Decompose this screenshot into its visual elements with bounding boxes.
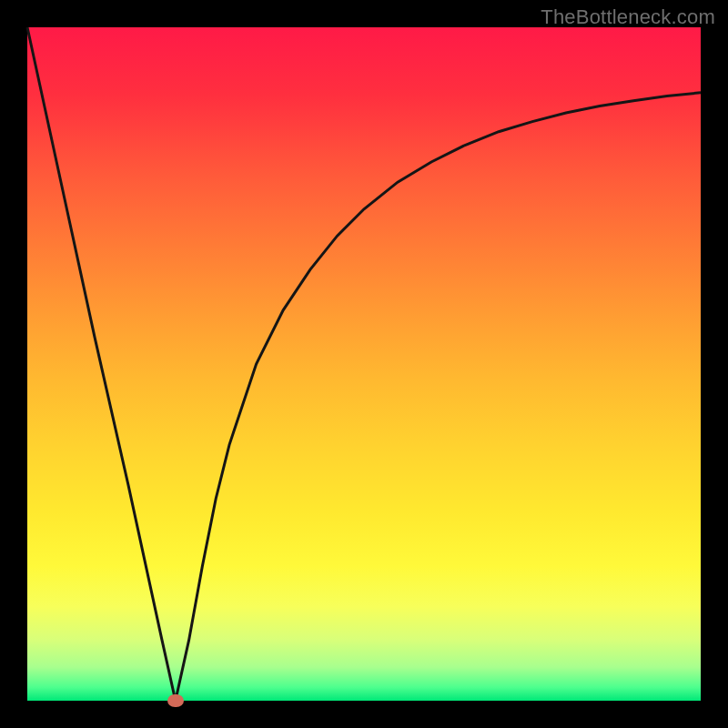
optimal-marker — [167, 694, 184, 707]
bottleneck-curve — [27, 27, 701, 701]
curve-path — [27, 27, 701, 701]
watermark-text: TheBottleneck.com — [541, 5, 715, 29]
chart-frame — [27, 27, 701, 701]
